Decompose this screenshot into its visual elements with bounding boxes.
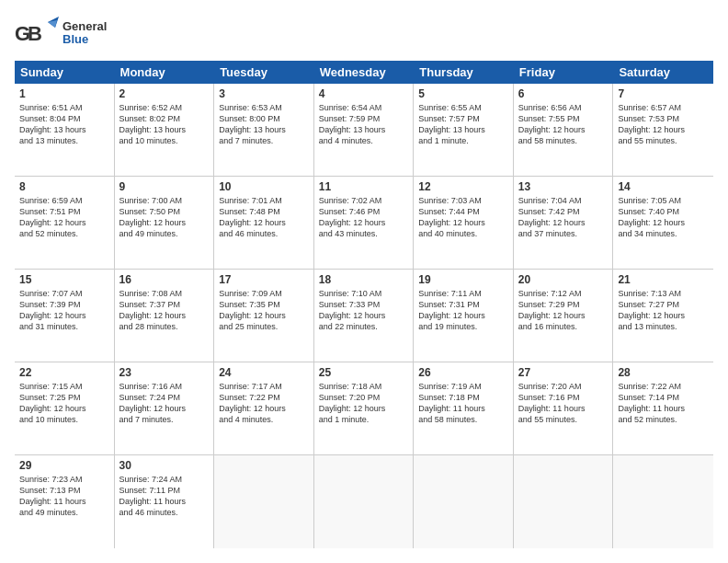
logo-text: General Blue — [63, 20, 107, 47]
day-details: Sunrise: 6:51 AMSunset: 8:04 PMDaylight:… — [19, 102, 109, 147]
calendar-day-12: 12Sunrise: 7:03 AMSunset: 7:44 PMDayligh… — [414, 177, 514, 269]
calendar-row-5: 29Sunrise: 7:23 AMSunset: 7:13 PMDayligh… — [15, 455, 713, 548]
calendar-day-5: 5Sunrise: 6:55 AMSunset: 7:57 PMDaylight… — [414, 84, 514, 176]
day-details: Sunrise: 7:13 AMSunset: 7:27 PMDaylight:… — [618, 288, 709, 333]
day-number: 11 — [319, 180, 409, 193]
day-number: 3 — [219, 87, 309, 100]
day-number: 25 — [319, 366, 409, 379]
calendar-day-18: 18Sunrise: 7:10 AMSunset: 7:33 PMDayligh… — [314, 270, 415, 362]
calendar-day-10: 10Sunrise: 7:01 AMSunset: 7:48 PMDayligh… — [214, 177, 314, 269]
weekday-header-thursday: Thursday — [414, 61, 514, 84]
calendar-empty-cell — [613, 455, 713, 548]
logo: G B General Blue — [15, 15, 107, 52]
weekday-header-saturday: Saturday — [613, 61, 713, 84]
calendar-day-13: 13Sunrise: 7:04 AMSunset: 7:42 PMDayligh… — [514, 177, 614, 269]
calendar-empty-cell — [514, 455, 614, 548]
day-number: 10 — [219, 180, 309, 193]
calendar-day-1: 1Sunrise: 6:51 AMSunset: 8:04 PMDaylight… — [15, 84, 115, 176]
calendar-day-29: 29Sunrise: 7:23 AMSunset: 7:13 PMDayligh… — [15, 455, 115, 548]
day-details: Sunrise: 7:20 AMSunset: 7:16 PMDaylight:… — [518, 381, 609, 426]
day-details: Sunrise: 7:02 AMSunset: 7:46 PMDaylight:… — [319, 195, 409, 240]
day-number: 16 — [119, 273, 210, 286]
calendar-empty-cell — [214, 455, 314, 548]
day-number: 28 — [618, 366, 709, 379]
day-details: Sunrise: 7:10 AMSunset: 7:33 PMDaylight:… — [319, 288, 409, 333]
day-details: Sunrise: 7:04 AMSunset: 7:42 PMDaylight:… — [518, 195, 609, 240]
day-number: 20 — [518, 273, 609, 286]
header: G B General Blue — [15, 15, 713, 52]
calendar-day-26: 26Sunrise: 7:19 AMSunset: 7:18 PMDayligh… — [414, 362, 514, 454]
day-details: Sunrise: 7:23 AMSunset: 7:13 PMDaylight:… — [19, 474, 109, 519]
day-details: Sunrise: 7:01 AMSunset: 7:48 PMDaylight:… — [219, 195, 309, 240]
calendar-day-2: 2Sunrise: 6:52 AMSunset: 8:02 PMDaylight… — [115, 84, 215, 176]
weekday-header-sunday: Sunday — [15, 61, 115, 84]
calendar-day-28: 28Sunrise: 7:22 AMSunset: 7:14 PMDayligh… — [613, 362, 713, 454]
weekday-header-wednesday: Wednesday — [314, 61, 415, 84]
day-details: Sunrise: 7:05 AMSunset: 7:40 PMDaylight:… — [618, 195, 709, 240]
logo-icon: G B — [15, 15, 59, 52]
calendar-row-1: 1Sunrise: 6:51 AMSunset: 8:04 PMDaylight… — [15, 84, 713, 177]
svg-marker-3 — [48, 20, 57, 28]
day-number: 29 — [19, 459, 109, 472]
day-details: Sunrise: 6:55 AMSunset: 7:57 PMDaylight:… — [418, 102, 508, 147]
day-number: 4 — [319, 87, 409, 100]
day-number: 23 — [119, 366, 210, 379]
day-number: 24 — [219, 366, 309, 379]
calendar-day-19: 19Sunrise: 7:11 AMSunset: 7:31 PMDayligh… — [414, 270, 514, 362]
calendar-day-24: 24Sunrise: 7:17 AMSunset: 7:22 PMDayligh… — [214, 362, 314, 454]
day-number: 15 — [19, 273, 109, 286]
day-details: Sunrise: 7:18 AMSunset: 7:20 PMDaylight:… — [319, 381, 409, 426]
day-number: 27 — [518, 366, 609, 379]
day-details: Sunrise: 7:19 AMSunset: 7:18 PMDaylight:… — [418, 381, 508, 426]
calendar-day-16: 16Sunrise: 7:08 AMSunset: 7:37 PMDayligh… — [115, 270, 215, 362]
day-details: Sunrise: 7:03 AMSunset: 7:44 PMDaylight:… — [418, 195, 508, 240]
day-number: 30 — [119, 459, 210, 472]
calendar-row-3: 15Sunrise: 7:07 AMSunset: 7:39 PMDayligh… — [15, 270, 713, 362]
day-details: Sunrise: 6:59 AMSunset: 7:51 PMDaylight:… — [19, 195, 109, 240]
day-details: Sunrise: 7:11 AMSunset: 7:31 PMDaylight:… — [418, 288, 508, 333]
calendar-day-11: 11Sunrise: 7:02 AMSunset: 7:46 PMDayligh… — [314, 177, 415, 269]
calendar-day-21: 21Sunrise: 7:13 AMSunset: 7:27 PMDayligh… — [613, 270, 713, 362]
weekday-header-friday: Friday — [514, 61, 614, 84]
calendar-empty-cell — [414, 455, 514, 548]
day-details: Sunrise: 7:00 AMSunset: 7:50 PMDaylight:… — [119, 195, 210, 240]
calendar-header: SundayMondayTuesdayWednesdayThursdayFrid… — [15, 61, 713, 84]
day-details: Sunrise: 6:57 AMSunset: 7:53 PMDaylight:… — [618, 102, 709, 147]
day-details: Sunrise: 6:56 AMSunset: 7:55 PMDaylight:… — [518, 102, 609, 147]
calendar-body: 1Sunrise: 6:51 AMSunset: 8:04 PMDaylight… — [15, 84, 713, 548]
calendar-day-8: 8Sunrise: 6:59 AMSunset: 7:51 PMDaylight… — [15, 177, 115, 269]
day-number: 19 — [418, 273, 508, 286]
day-details: Sunrise: 7:17 AMSunset: 7:22 PMDaylight:… — [219, 381, 309, 426]
day-details: Sunrise: 7:22 AMSunset: 7:14 PMDaylight:… — [618, 381, 709, 426]
day-number: 12 — [418, 180, 508, 193]
calendar-day-15: 15Sunrise: 7:07 AMSunset: 7:39 PMDayligh… — [15, 270, 115, 362]
calendar-day-3: 3Sunrise: 6:53 AMSunset: 8:00 PMDaylight… — [214, 84, 314, 176]
day-number: 14 — [618, 180, 709, 193]
day-details: Sunrise: 6:53 AMSunset: 8:00 PMDaylight:… — [219, 102, 309, 147]
day-number: 21 — [618, 273, 709, 286]
calendar-day-14: 14Sunrise: 7:05 AMSunset: 7:40 PMDayligh… — [613, 177, 713, 269]
day-number: 1 — [19, 87, 109, 100]
calendar: SundayMondayTuesdayWednesdayThursdayFrid… — [15, 61, 713, 548]
day-number: 9 — [119, 180, 210, 193]
calendar-day-22: 22Sunrise: 7:15 AMSunset: 7:25 PMDayligh… — [15, 362, 115, 454]
calendar-day-27: 27Sunrise: 7:20 AMSunset: 7:16 PMDayligh… — [514, 362, 614, 454]
day-number: 7 — [618, 87, 709, 100]
calendar-day-9: 9Sunrise: 7:00 AMSunset: 7:50 PMDaylight… — [115, 177, 215, 269]
calendar-day-30: 30Sunrise: 7:24 AMSunset: 7:11 PMDayligh… — [115, 455, 215, 548]
calendar-row-4: 22Sunrise: 7:15 AMSunset: 7:25 PMDayligh… — [15, 362, 713, 455]
calendar-empty-cell — [314, 455, 415, 548]
day-details: Sunrise: 7:08 AMSunset: 7:37 PMDaylight:… — [119, 288, 210, 333]
calendar-row-2: 8Sunrise: 6:59 AMSunset: 7:51 PMDaylight… — [15, 177, 713, 270]
day-details: Sunrise: 7:07 AMSunset: 7:39 PMDaylight:… — [19, 288, 109, 333]
svg-text:B: B — [28, 22, 42, 45]
weekday-header-tuesday: Tuesday — [214, 61, 314, 84]
calendar-day-7: 7Sunrise: 6:57 AMSunset: 7:53 PMDaylight… — [613, 84, 713, 176]
day-number: 2 — [119, 87, 210, 100]
day-details: Sunrise: 7:15 AMSunset: 7:25 PMDaylight:… — [19, 381, 109, 426]
day-number: 13 — [518, 180, 609, 193]
day-details: Sunrise: 6:52 AMSunset: 8:02 PMDaylight:… — [119, 102, 210, 147]
day-details: Sunrise: 7:24 AMSunset: 7:11 PMDaylight:… — [119, 474, 210, 519]
weekday-header-monday: Monday — [115, 61, 215, 84]
day-details: Sunrise: 6:54 AMSunset: 7:59 PMDaylight:… — [319, 102, 409, 147]
